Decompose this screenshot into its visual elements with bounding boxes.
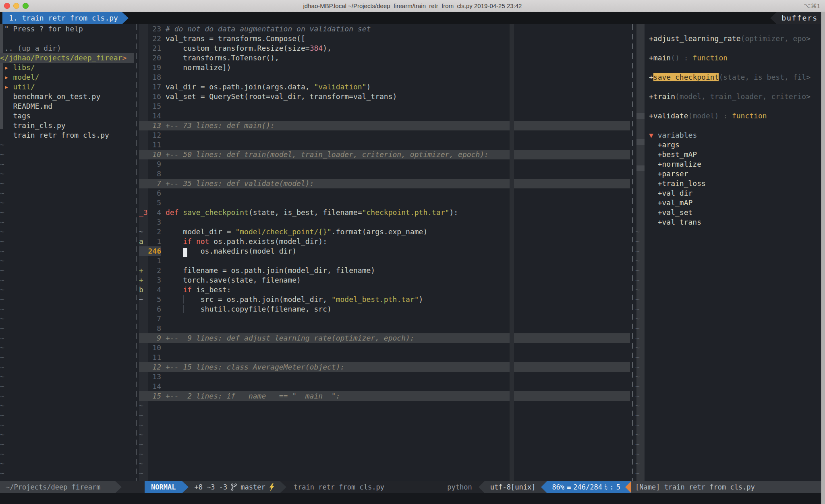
tree-item[interactable]: train_retr_from_cls.py: [0, 130, 134, 140]
code-line[interactable]: 8: [139, 324, 630, 333]
traffic-lights: [4, 3, 29, 9]
code-line[interactable]: 6 shutil.copyfile(filename, src): [139, 304, 630, 314]
code-line[interactable]: 14: [139, 111, 630, 121]
code-line[interactable]: a1 if not os.path.exists(model_dir):: [139, 237, 630, 246]
code-line[interactable]: 11: [139, 140, 630, 150]
tag-item[interactable]: +save_checkpoint(state, is_best, fil>: [635, 72, 825, 82]
code-text: # do not do data augmentation on validat…: [166, 24, 630, 34]
tree-item-label: [0, 73, 4, 81]
code-text: def save_checkpoint(state, is_best, file…: [166, 208, 630, 217]
tree-item[interactable]: README.md: [0, 101, 134, 111]
folded-code-line[interactable]: 12+-- 15 lines: class AverageMeter(objec…: [139, 362, 630, 372]
line-number: 21: [148, 43, 161, 53]
text-seg: [183, 305, 200, 313]
tree-item[interactable]: ▸ libs/: [0, 63, 134, 72]
tag-item[interactable]: ▼ variables: [635, 130, 825, 140]
code-line[interactable]: ~2 model_dir = "model/check_point/{}".fo…: [139, 227, 630, 237]
tag-item[interactable]: [635, 43, 825, 53]
code-line[interactable]: 13: [139, 372, 630, 382]
buffers-label[interactable]: buffers: [777, 12, 825, 24]
code-line[interactable]: 246 os.makedirs(model_dir): [139, 246, 630, 256]
tree-root-item[interactable]: </jdhao/Projects/deep_firear>: [0, 53, 134, 63]
empty-line-tilde: ~: [635, 285, 825, 295]
code-line[interactable]: +3 torch.save(state, filename): [139, 275, 630, 285]
code-line[interactable]: 5: [139, 198, 630, 208]
gutter-sign: +: [139, 275, 148, 285]
code-line[interactable]: 7: [139, 314, 630, 324]
code-line[interactable]: ~5 src = os.path.join(model_dir, "model_…: [139, 295, 630, 304]
tag-item[interactable]: +args: [635, 140, 825, 150]
nerdtree-panel: " Press ? for help .. (up a dir)</jdhao/…: [0, 24, 134, 481]
code-line[interactable]: 6: [139, 188, 630, 198]
code-line[interactable]: 20 transforms.ToTensor(),: [139, 53, 630, 63]
code-line[interactable]: 21 custom_transform.Resize(size=384),: [139, 43, 630, 53]
tag-item[interactable]: +main() : function: [635, 53, 825, 63]
tag-label: function: [732, 112, 767, 120]
code-line[interactable]: 12: [139, 130, 630, 140]
tab-train-retr-from-cls[interactable]: 1. train_retr_from_cls.py: [2, 12, 122, 24]
tree-item[interactable]: benchmark_on_test.py: [0, 92, 134, 101]
tag-item[interactable]: +train_loss: [635, 179, 825, 188]
tree-item-label: </jdhao/Projects/deep_firear: [0, 54, 122, 62]
text-seg: def: [166, 208, 183, 217]
tag-item[interactable]: +validate(model) : function: [635, 111, 825, 121]
close-button[interactable]: [4, 3, 10, 9]
tag-item[interactable]: +best_mAP: [635, 150, 825, 159]
tag-label: (state, is_best, fil: [719, 73, 806, 81]
folded-code-line[interactable]: 15+-- 2 lines: if __name__ == "__main__"…: [139, 391, 630, 401]
code-line[interactable]: 14: [139, 382, 630, 391]
code-line[interactable]: 16val_set = QuerySet(root=val_dir, trans…: [139, 92, 630, 101]
tree-item-label: benchmark_on_test.py: [13, 92, 101, 101]
terminal-scrollbar[interactable]: [821, 12, 825, 504]
code-line[interactable]: _34def save_checkpoint(state, is_best, f…: [139, 208, 630, 217]
zoom-button[interactable]: [23, 3, 29, 9]
tree-item[interactable]: ▸ util/: [0, 82, 134, 92]
tag-item[interactable]: +val_trans: [635, 217, 825, 227]
code-line[interactable]: 10: [139, 343, 630, 353]
folded-code-line[interactable]: 9+-- 9 lines: def adjust_learning_rate(o…: [139, 333, 630, 343]
command-line[interactable]: [0, 493, 825, 504]
folded-code-line[interactable]: 10+-- 50 lines: def train(model, train_l…: [139, 150, 630, 159]
line-number: 246: [148, 246, 161, 256]
code-line[interactable]: 3: [139, 217, 630, 227]
tag-item[interactable]: +val_set: [635, 208, 825, 217]
code-line[interactable]: 11: [139, 353, 630, 362]
folded-code-line[interactable]: 13+-- 73 lines: def main():: [139, 121, 630, 130]
tag-item[interactable]: [635, 82, 825, 92]
tag-label: +parser: [649, 169, 688, 178]
code-line[interactable]: b4 if is_best:: [139, 285, 630, 295]
tree-item[interactable]: tags: [0, 111, 134, 121]
code-line[interactable]: 9: [139, 159, 630, 169]
code-line[interactable]: 23# do not do data augmentation on valid…: [139, 24, 630, 34]
tag-item[interactable]: [635, 101, 825, 111]
code-line[interactable]: +2 filename = os.path.join(model_dir, fi…: [139, 266, 630, 275]
tag-item[interactable]: +val_mAP: [635, 198, 825, 208]
col-label: :: [610, 481, 614, 493]
tree-item[interactable]: [0, 34, 134, 43]
code-line[interactable]: 15: [139, 101, 630, 111]
code-line[interactable]: 22val_trans = transforms.Compose([: [139, 34, 630, 43]
tree-item[interactable]: ▸ model/: [0, 72, 134, 82]
tag-item[interactable]: +normalize: [635, 159, 825, 169]
tag-item[interactable]: +train(model, train_loader, criterio>: [635, 92, 825, 101]
tag-item[interactable]: +val_dir: [635, 188, 825, 198]
tag-item[interactable]: [635, 63, 825, 72]
code-line[interactable]: 17val_dir = os.path.join(args.data, "val…: [139, 82, 630, 92]
gutter-cell: [139, 324, 148, 333]
code-line[interactable]: 18: [139, 72, 630, 82]
empty-line-tilde: ~: [0, 188, 134, 198]
tree-item[interactable]: .. (up a dir): [0, 43, 134, 53]
tag-item[interactable]: +parser: [635, 169, 825, 179]
code-line[interactable]: 19 normalize]): [139, 63, 630, 72]
minimize-button[interactable]: [13, 3, 19, 9]
code-line[interactable]: 1: [139, 256, 630, 266]
tree-item[interactable]: train_cls.py: [0, 121, 134, 130]
tag-item[interactable]: [635, 24, 825, 34]
git-branch-name: master: [240, 481, 265, 493]
tree-item[interactable]: " Press ? for help: [0, 24, 134, 34]
tag-item[interactable]: [635, 121, 825, 130]
folded-code-line[interactable]: 7+-- 35 lines: def validate(model):: [139, 179, 630, 188]
tag-item[interactable]: +adjust_learning_rate(optimizer, epo>: [635, 34, 825, 43]
code-line[interactable]: 8: [139, 169, 630, 179]
text-seg: save_checkpoint: [183, 208, 249, 217]
